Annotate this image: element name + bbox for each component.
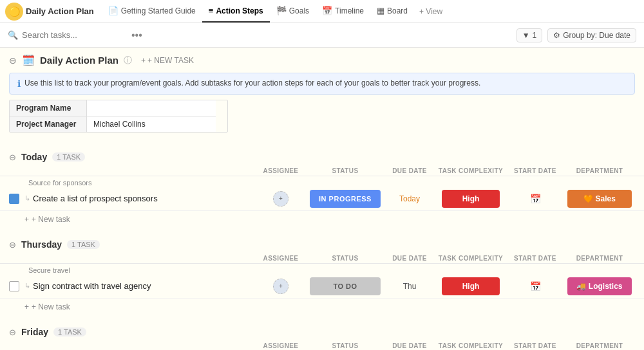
col-complexity-header: TASK COMPLEXITY bbox=[435, 167, 506, 174]
col-status-header-thu: STATUS bbox=[307, 255, 384, 262]
task-name[interactable]: Sign contract with travel agency bbox=[33, 281, 151, 291]
subtask-icon: ↳ bbox=[24, 194, 30, 203]
plan-icon: 🗓️ bbox=[22, 54, 35, 66]
search-input[interactable] bbox=[22, 30, 125, 40]
collapse-today-icon[interactable]: ⊖ bbox=[9, 152, 16, 162]
tab-getting-started[interactable]: 📄 Getting Started Guide bbox=[102, 0, 202, 23]
plan-title: Daily Action Plan bbox=[40, 55, 118, 66]
col-assignee-header: ASSIGNEE bbox=[255, 167, 307, 174]
today-section-header: ⊖ Today 1 TASK bbox=[0, 149, 644, 165]
collapse-thursday-icon[interactable]: ⊖ bbox=[9, 240, 16, 250]
collapse-plan-icon[interactable]: ⊖ bbox=[9, 55, 17, 66]
col-startdate-header-thu: START DATE bbox=[506, 255, 564, 262]
tab-goals[interactable]: 🏁 Goals bbox=[270, 0, 316, 23]
col-duedate-header-thu: DUE DATE bbox=[384, 255, 435, 262]
info-icon: ℹ bbox=[17, 78, 21, 89]
task-dept-cell: 🧡 Sales bbox=[564, 190, 635, 208]
avatar[interactable]: + bbox=[273, 279, 289, 294]
search-icon: 🔍 bbox=[8, 30, 18, 40]
filter-icon: ▼ bbox=[522, 31, 530, 40]
task-status-cell[interactable]: IN PROGRESS bbox=[307, 190, 384, 208]
avatar[interactable]: + bbox=[273, 191, 289, 207]
program-name-label: Program Name bbox=[10, 100, 87, 116]
task-name[interactable]: Create a list of prospect sponsors bbox=[33, 194, 158, 203]
more-options-button[interactable]: ••• bbox=[129, 30, 145, 41]
calendar-icon[interactable]: 📅 bbox=[530, 281, 541, 291]
getting-started-icon: 📄 bbox=[108, 6, 118, 15]
tab-board[interactable]: ▦ Board bbox=[370, 0, 414, 23]
task-checkbox[interactable] bbox=[9, 194, 19, 204]
col-duedate-header-fri: DUE DATE bbox=[384, 342, 435, 349]
col-dept-header: DEPARTMENT bbox=[564, 167, 635, 174]
tab-timeline[interactable]: 📅 Timeline bbox=[316, 0, 370, 23]
col-assignee-header-fri: ASSIGNEE bbox=[255, 342, 307, 349]
task-checkbox[interactable] bbox=[9, 281, 19, 291]
add-task-thursday[interactable]: + + New task bbox=[0, 300, 644, 314]
tab-action-steps[interactable]: ≡ Action Steps bbox=[202, 0, 270, 23]
complexity-badge: High bbox=[442, 190, 500, 208]
project-manager-value[interactable]: Michael Collins bbox=[87, 116, 216, 132]
friday-count: 1 TASK bbox=[53, 327, 86, 336]
friday-col-headers: ASSIGNEE STATUS DUE DATE TASK COMPLEXITY… bbox=[0, 340, 644, 350]
section-thursday: ⊖ Thursday 1 TASK ASSIGNEE STATUS DUE DA… bbox=[0, 237, 644, 314]
thursday-title: Thursday bbox=[21, 239, 62, 250]
plus-icon: + bbox=[24, 215, 29, 224]
nav-tabs: 📄 Getting Started Guide ≡ Action Steps 🏁… bbox=[102, 0, 448, 23]
task-duedate-cell: Today bbox=[384, 194, 435, 203]
dept-badge: 🚚 Logistics bbox=[567, 277, 632, 295]
col-status-header: STATUS bbox=[307, 167, 384, 174]
thursday-count: 1 TASK bbox=[67, 240, 100, 249]
program-info-table: Program Name Project Manager Michael Col… bbox=[9, 100, 228, 133]
plus-icon: + bbox=[24, 302, 29, 311]
filter-button[interactable]: ▼ 1 bbox=[516, 28, 543, 42]
add-task-today[interactable]: + + New task bbox=[0, 212, 644, 226]
table-row: ↳ Sign contract with travel agency + TO … bbox=[0, 274, 644, 299]
today-task-group: Source for sponsors ↳ Create a list of p… bbox=[0, 176, 644, 211]
collapse-friday-icon[interactable]: ⊖ bbox=[9, 327, 16, 337]
task-duedate-cell: Thu bbox=[384, 282, 435, 291]
complexity-badge: High bbox=[442, 277, 500, 295]
program-name-row: Program Name bbox=[10, 100, 227, 116]
friday-title: Friday bbox=[21, 327, 48, 337]
task-status-cell[interactable]: TO DO bbox=[307, 277, 384, 295]
section-today: ⊖ Today 1 TASK ASSIGNEE STATUS DUE DATE … bbox=[0, 149, 644, 226]
col-startdate-header: START DATE bbox=[506, 167, 564, 174]
plus-icon: + bbox=[141, 56, 146, 65]
today-count: 1 TASK bbox=[52, 152, 85, 161]
task-dept-cell: 🚚 Logistics bbox=[564, 277, 635, 295]
task-name-wrap: ↳ Create a list of prospect sponsors bbox=[24, 194, 255, 203]
timeline-icon: 📅 bbox=[322, 6, 332, 15]
plan-header: ⊖ 🗓️ Daily Action Plan ⓘ + + NEW TASK bbox=[0, 48, 644, 70]
program-name-value[interactable] bbox=[87, 100, 216, 116]
main-content: ⊖ 🗓️ Daily Action Plan ⓘ + + NEW TASK ℹ … bbox=[0, 48, 644, 350]
today-col-headers: ASSIGNEE STATUS DUE DATE TASK COMPLEXITY… bbox=[0, 165, 644, 176]
task-assignee-cell: + bbox=[255, 279, 307, 294]
task-startdate-cell: 📅 bbox=[506, 194, 564, 204]
calendar-icon[interactable]: 📅 bbox=[530, 194, 541, 204]
col-complexity-header-thu: TASK COMPLEXITY bbox=[435, 255, 506, 262]
subtask-icon: ↳ bbox=[24, 282, 30, 290]
col-duedate-header: DUE DATE bbox=[384, 167, 435, 174]
thursday-task-group: Secure travel ↳ Sign contract with trave… bbox=[0, 264, 644, 299]
app-logo: 🟡 bbox=[5, 3, 23, 21]
thursday-col-headers: ASSIGNEE STATUS DUE DATE TASK COMPLEXITY… bbox=[0, 252, 644, 264]
section-friday: ⊖ Friday 1 TASK ASSIGNEE STATUS DUE DATE… bbox=[0, 324, 644, 350]
friday-section-header: ⊖ Friday 1 TASK bbox=[0, 324, 644, 340]
status-badge[interactable]: TO DO bbox=[310, 277, 381, 295]
col-dept-header-thu: DEPARTMENT bbox=[564, 255, 635, 262]
group-by-button[interactable]: ⚙ Group by: Due date bbox=[547, 28, 636, 42]
search-right: ▼ 1 ⚙ Group by: Due date bbox=[516, 28, 636, 42]
new-task-button[interactable]: + + NEW TASK bbox=[137, 55, 198, 66]
board-icon: ▦ bbox=[377, 6, 384, 15]
col-status-header-fri: STATUS bbox=[307, 342, 384, 349]
app-title: Daily Action Plan bbox=[26, 6, 94, 16]
group-icon: ⚙ bbox=[553, 31, 560, 40]
add-view-button[interactable]: + View bbox=[414, 7, 448, 16]
thursday-section-header: ⊖ Thursday 1 TASK bbox=[0, 237, 644, 252]
status-badge[interactable]: IN PROGRESS bbox=[310, 190, 381, 208]
top-navigation: 🟡 Daily Action Plan 📄 Getting Started Gu… bbox=[0, 0, 644, 23]
search-left: 🔍 ••• bbox=[8, 30, 145, 41]
plan-info-icon[interactable]: ⓘ bbox=[124, 55, 132, 66]
today-task-parent-label: Source for sponsors bbox=[0, 176, 644, 187]
col-startdate-header-fri: START DATE bbox=[506, 342, 564, 349]
